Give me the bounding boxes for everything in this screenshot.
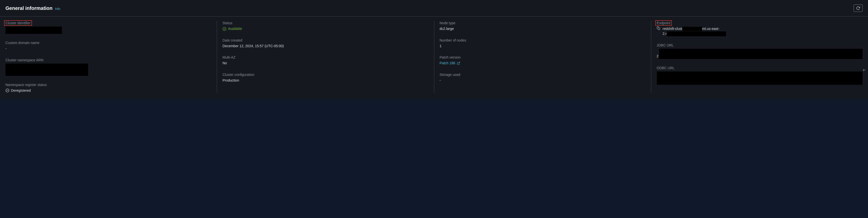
label-patch: Patch version: [440, 56, 646, 59]
column-3: Node type dc2.large Number of nodes 1 Pa…: [434, 21, 651, 93]
panel-title: General information: [5, 5, 53, 11]
copy-endpoint-button[interactable]: [657, 27, 660, 30]
label-register-status: Namespace register status: [5, 83, 211, 87]
field-jdbc: JDBC URL 2: [657, 43, 863, 59]
status-text: Available: [228, 27, 242, 31]
field-storage: Storage used -: [440, 73, 646, 83]
jdbc-line2-prefix: 2: [657, 54, 659, 59]
column-4: Endpoint redshift-clust mt.us-east- 2.r: [651, 21, 863, 93]
value-patch-link[interactable]: Patch 186: [440, 61, 646, 66]
field-num-nodes: Number of nodes 1: [440, 38, 646, 49]
jdbc-redacted-1: [659, 49, 863, 54]
endpoint-redacted-2: [666, 31, 726, 36]
label-cluster-identifier: Cluster identifier: [4, 20, 32, 26]
label-date-created: Date created: [222, 38, 428, 42]
value-odbc-redacted: [657, 71, 863, 85]
panel-body: Cluster identifier Custom domain name - …: [0, 16, 868, 99]
field-multi-az: Multi-AZ No: [222, 56, 428, 66]
field-endpoint: Endpoint redshift-clust mt.us-east- 2.r: [657, 21, 863, 36]
svg-point-2: [223, 27, 226, 30]
field-odbc: ODBC URL r-: [657, 66, 863, 85]
label-storage: Storage used: [440, 73, 646, 77]
label-node-type: Node type: [440, 21, 646, 25]
value-status: Available: [222, 27, 428, 31]
field-cluster-config: Cluster configuration Production: [222, 73, 428, 83]
value-cluster-config: Production: [222, 78, 428, 83]
label-cluster-arn: Cluster namespace ARN: [5, 58, 211, 62]
column-2: Status Available Date created December 1…: [217, 21, 434, 93]
check-circle-icon: [222, 27, 226, 31]
label-multi-az: Multi-AZ: [222, 56, 428, 59]
endpoint-redacted-1: [682, 27, 702, 31]
copy-icon: [657, 27, 660, 30]
value-node-type: dc2.large: [440, 27, 646, 31]
field-namespace-register-status: Namespace register status Deregistered: [5, 83, 211, 93]
label-num-nodes: Number of nodes: [440, 38, 646, 42]
external-link-icon: [457, 62, 460, 65]
endpoint-suffix1: mt.us-east-: [702, 27, 719, 31]
info-link[interactable]: Info: [55, 7, 60, 11]
value-endpoint: redshift-clust mt.us-east- 2.r: [657, 27, 863, 36]
column-1: Cluster identifier Custom domain name - …: [5, 21, 217, 93]
value-num-nodes: 1: [440, 44, 646, 49]
patch-link-text: Patch 186: [440, 61, 455, 66]
field-cluster-arn: Cluster namespace ARN: [5, 58, 211, 76]
endpoint-prefix: redshift-clust: [663, 27, 682, 31]
svg-line-3: [458, 62, 460, 64]
svg-rect-4: [658, 28, 660, 30]
field-custom-domain: Custom domain name -: [5, 41, 211, 51]
refresh-button[interactable]: [854, 4, 863, 12]
field-status: Status Available: [222, 21, 428, 31]
label-jdbc: JDBC URL: [657, 43, 863, 47]
value-custom-domain: -: [5, 46, 211, 51]
jdbc-redacted-2: [659, 54, 863, 59]
label-odbc: ODBC URL: [657, 66, 863, 70]
field-patch: Patch version Patch 186: [440, 56, 646, 66]
value-date-created: December 12, 2024, 15:57 (UTC-05:00): [222, 44, 428, 49]
field-cluster-identifier: Cluster identifier: [5, 21, 211, 34]
field-date-created: Date created December 12, 2024, 15:57 (U…: [222, 38, 428, 49]
odbc-overflow-text: r-: [863, 68, 866, 72]
value-register-status: Deregistered: [5, 88, 211, 93]
deregistered-icon: [5, 88, 9, 93]
value-cluster-identifier-redacted: [5, 27, 62, 34]
panel-header: General information Info: [0, 0, 868, 16]
label-endpoint: Endpoint: [655, 20, 672, 26]
value-multi-az: No: [222, 61, 428, 66]
label-status: Status: [222, 21, 428, 25]
general-information-panel: General information Info Cluster identif…: [0, 0, 868, 99]
value-cluster-arn-redacted: [5, 64, 88, 76]
field-node-type: Node type dc2.large: [440, 21, 646, 31]
endpoint-line2-prefix: 2.r: [663, 31, 666, 36]
value-storage: -: [440, 78, 646, 83]
refresh-icon: [856, 6, 860, 10]
label-cluster-config: Cluster configuration: [222, 73, 428, 77]
label-custom-domain: Custom domain name: [5, 41, 211, 45]
register-status-text: Deregistered: [11, 88, 31, 93]
